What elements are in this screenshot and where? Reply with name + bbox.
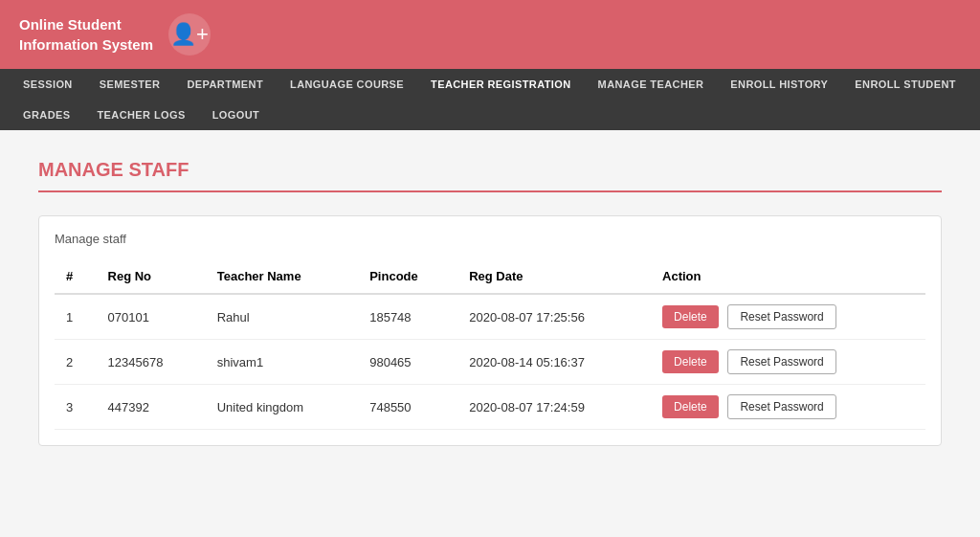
reset-password-button[interactable]: Reset Password: [727, 304, 835, 329]
nav-item-teacher-registration[interactable]: TEACHER REGISTRATION: [417, 69, 585, 100]
staff-table: # Reg No Teacher Name Pincode Reg Date A…: [55, 259, 925, 430]
cell-reg-no: 447392: [97, 385, 206, 430]
nav-item-manage-teacher[interactable]: MANAGE TEACHER: [585, 69, 718, 100]
nav-item-enroll-student[interactable]: ENROLL STUDENT: [841, 69, 969, 100]
nav-item-teacher-logs[interactable]: TEACHER LOGS: [83, 100, 198, 130]
cell-num: 2: [55, 340, 97, 385]
nav-item-logout[interactable]: LOGOUT: [199, 100, 273, 130]
page-title: MANAGE STAFF: [38, 159, 942, 181]
cell-pincode: 185748: [358, 294, 457, 340]
header-icon: 👤+: [168, 13, 211, 56]
cell-pincode: 748550: [358, 385, 457, 430]
cell-reg-date: 2020-08-14 05:16:37: [457, 340, 651, 385]
header-title: Online Student Information System: [19, 14, 153, 55]
nav-item-enroll-history[interactable]: ENROLL HISTORY: [717, 69, 841, 100]
delete-button[interactable]: Delete: [662, 350, 719, 373]
cell-teacher-name: United kingdom: [206, 385, 358, 430]
col-reg-no: Reg No: [97, 259, 206, 294]
cell-pincode: 980465: [358, 340, 457, 385]
cell-action: Delete Reset Password: [651, 340, 925, 385]
col-pincode: Pincode: [358, 259, 457, 294]
header-title-line1: Online Student: [19, 16, 122, 33]
cell-num: 3: [55, 385, 97, 430]
table-row: 1 070101 Rahul 185748 2020-08-07 17:25:5…: [55, 294, 925, 340]
table-row: 2 12345678 shivam1 980465 2020-08-14 05:…: [55, 340, 925, 385]
nav-row-1: SESSION SEMESTER DEPARTMENT LANGUAGE COU…: [10, 69, 970, 100]
main-content: MANAGE STAFF Manage staff # Reg No Teach…: [0, 130, 980, 475]
cell-action: Delete Reset Password: [651, 385, 925, 430]
nav-item-session[interactable]: SESSION: [10, 69, 86, 100]
table-header: # Reg No Teacher Name Pincode Reg Date A…: [55, 259, 925, 294]
table-row: 3 447392 United kingdom 748550 2020-08-0…: [55, 385, 925, 430]
col-teacher-name: Teacher Name: [206, 259, 358, 294]
nav-item-language-course[interactable]: LANGUAGE COURSE: [277, 69, 417, 100]
manage-staff-card: Manage staff # Reg No Teacher Name Pinco…: [38, 215, 942, 446]
nav-item-semester[interactable]: SEMESTER: [86, 69, 174, 100]
cell-reg-date: 2020-08-07 17:24:59: [457, 385, 651, 430]
nav-item-grades[interactable]: GRADES: [10, 100, 83, 130]
cell-action: Delete Reset Password: [651, 294, 925, 340]
nav-item-department[interactable]: DEPARTMENT: [173, 69, 277, 100]
navigation: SESSION SEMESTER DEPARTMENT LANGUAGE COU…: [0, 69, 980, 130]
cell-teacher-name: shivam1: [206, 340, 358, 385]
col-reg-date: Reg Date: [457, 259, 651, 294]
reset-password-button[interactable]: Reset Password: [727, 394, 835, 419]
col-action: Action: [651, 259, 925, 294]
cell-reg-no: 070101: [97, 294, 206, 340]
cell-num: 1: [55, 294, 97, 340]
nav-row-2: GRADES TEACHER LOGS LOGOUT: [10, 100, 970, 130]
title-divider: [38, 190, 942, 192]
reset-password-button[interactable]: Reset Password: [727, 349, 835, 374]
header: Online Student Information System 👤+: [0, 0, 980, 69]
header-title-line2: Information System: [19, 36, 153, 53]
col-num: #: [55, 259, 97, 294]
cell-teacher-name: Rahul: [206, 294, 358, 340]
card-title: Manage staff: [55, 232, 925, 246]
cell-reg-no: 12345678: [97, 340, 206, 385]
delete-button[interactable]: Delete: [662, 395, 719, 418]
delete-button[interactable]: Delete: [662, 305, 719, 328]
cell-reg-date: 2020-08-07 17:25:56: [457, 294, 651, 340]
table-body: 1 070101 Rahul 185748 2020-08-07 17:25:5…: [55, 294, 925, 430]
